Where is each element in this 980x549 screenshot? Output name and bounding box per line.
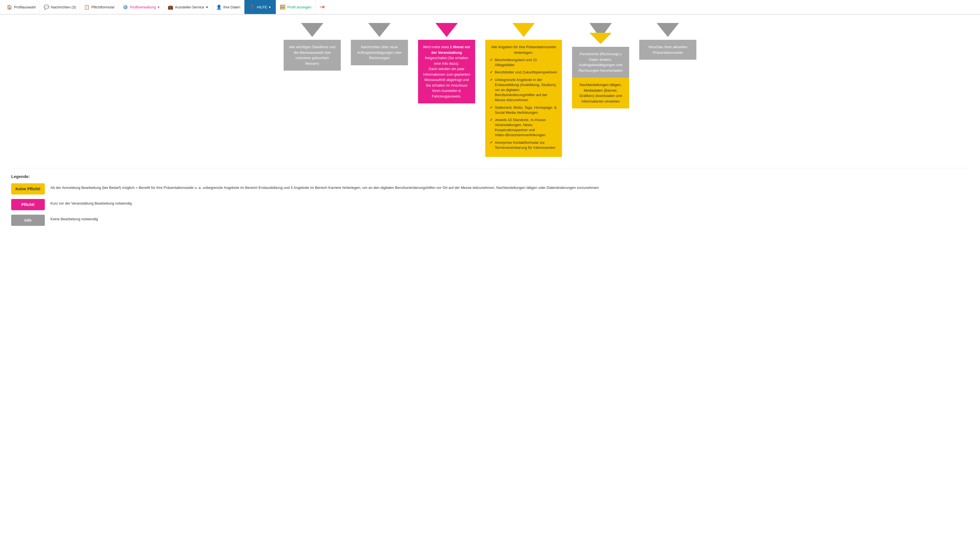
arrow-profilauswahl (301, 23, 323, 37)
nav-ihre-daten[interactable]: 👤 Ihre Daten (212, 0, 245, 14)
box-pflichtformular: Wird meist etwa 1 Monat vor der Veransta… (418, 40, 475, 104)
list-item: Anonymes Kontaktformular zur Terminverei… (490, 140, 557, 150)
legend-text-pflicht: Kurz vor der Veranstaltung Bearbeitung n… (50, 199, 132, 206)
col-pflichtformular: Wird meist etwa 1 Monat vor der Veransta… (416, 23, 477, 104)
col-profilverwaltung: Alle Angaben für Ihre Präsentationsseite… (483, 23, 564, 157)
chevron-down-icon: ▾ (206, 5, 208, 9)
badge-pflicht: Pflicht! (11, 199, 45, 210)
list-item: Berufsfelder und Zukunftsperspektiven (490, 70, 557, 75)
legend-row-keine-pflicht: Keine Pflicht! Ab der Anmeldung Bearbeit… (11, 183, 969, 195)
arrow-split-yellow (589, 33, 612, 44)
box-profilauswahl: Alle wichtigen Deadlines und die Messeau… (284, 40, 341, 70)
user-icon: 👤 (216, 5, 222, 10)
arrow-pflichtformular (435, 23, 458, 37)
nav-profil-anzeigen[interactable]: 🖼️ Profil anzeigen (276, 0, 315, 14)
home-icon: 🏠 (7, 5, 12, 10)
nav-nachrichten[interactable]: 💬 Nachrichten (3) (40, 0, 80, 14)
chevron-down-icon: ▾ (158, 5, 160, 9)
list-item: Statement, Motto, Tags, Homepage- & Soci… (490, 105, 557, 115)
col-profil-anzeigen: Vorschau Ihrer aktuellen Präsentationsse… (637, 23, 698, 60)
profilverwaltung-list: Beschreibungstext und 10 Alltagsbilder B… (490, 57, 557, 150)
box-nachrichten: Nachrichten über neue Auftragsbestätigun… (351, 40, 408, 65)
nav-pflichtformular[interactable]: 📋 Pflichtformular (80, 0, 119, 14)
box-aussteller-yellow: Nachbestellungen tätigen, Mediadaten (Ba… (572, 78, 629, 109)
nav-logout[interactable]: ⇥ (315, 0, 328, 14)
legend-text-keine-pflicht: Ab der Anmeldung Bearbeitung (bei Bedarf… (50, 183, 599, 191)
chevron-down-icon: ▾ (269, 5, 271, 9)
list-item: Beschreibungstext und 10 Alltagsbilder (490, 57, 557, 67)
list-item: Unbegrenzte Angebote in der Erstausbildu… (490, 77, 557, 103)
legend-row-pflicht: Pflicht! Kurz vor der Veranstaltung Bear… (11, 199, 969, 210)
message-icon: 💬 (44, 5, 49, 10)
box-profil-anzeigen: Vorschau Ihrer aktuellen Präsentationsse… (639, 40, 696, 60)
badge-info: Info (11, 215, 45, 226)
gear-icon: ⚙️ (123, 5, 128, 10)
col-profilauswahl: Alle wichtigen Deadlines und die Messeau… (282, 23, 343, 70)
legend-title: Legende: (11, 174, 969, 179)
legend-text-info: Keine Bearbeitung notwendig (50, 215, 98, 222)
list-item: Jeweils 10 Standorte, In-House-Veranstal… (490, 117, 557, 138)
arrow-profil-anzeigen (657, 23, 679, 37)
legend-section: Legende: Keine Pflicht! Ab der Anmeldung… (11, 168, 969, 226)
logout-icon: ⇥ (320, 3, 325, 11)
feature-columns: Alle wichtigen Deadlines und die Messeau… (11, 23, 969, 157)
box-aussteller-gray: Persönliche (Rechnungs-) Daten ändern, A… (572, 47, 629, 78)
profilverwaltung-title: Alle Angaben für Ihre Präsentationsseite… (490, 44, 557, 55)
main-content: Alle wichtigen Deadlines und die Messeau… (0, 14, 980, 239)
main-nav: 🏠 Profilauswahl 💬 Nachrichten (3) 📋 Pfli… (0, 0, 980, 14)
briefcase-icon: 💼 (168, 5, 173, 10)
form-icon: 📋 (84, 5, 90, 10)
aussteller-boxes: Persönliche (Rechnungs-) Daten ändern, A… (572, 47, 629, 109)
nav-hilfe[interactable]: ❓ HILFE ▾ (245, 0, 276, 14)
arrow-profilverwaltung (512, 23, 535, 37)
box-profilverwaltung: Alle Angaben für Ihre Präsentationsseite… (485, 40, 562, 157)
image-icon: 🖼️ (280, 5, 286, 10)
col-nachrichten: Nachrichten über neue Auftragsbestätigun… (348, 23, 410, 65)
badge-keine-pflicht: Keine Pflicht! (11, 183, 45, 195)
help-icon: ❓ (250, 5, 255, 10)
arrow-aussteller-split (589, 23, 612, 44)
nav-profilauswahl[interactable]: 🏠 Profilauswahl (3, 0, 40, 14)
legend-row-info: Info Keine Bearbeitung notwendig (11, 215, 969, 226)
nav-aussteller-service[interactable]: 💼 Aussteller-Service ▾ (164, 0, 212, 14)
col-aussteller-service: Persönliche (Rechnungs-) Daten ändern, A… (570, 23, 632, 109)
nav-profilverwaltung[interactable]: ⚙️ Profilverwaltung ▾ (119, 0, 164, 14)
arrow-nachrichten (368, 23, 391, 37)
